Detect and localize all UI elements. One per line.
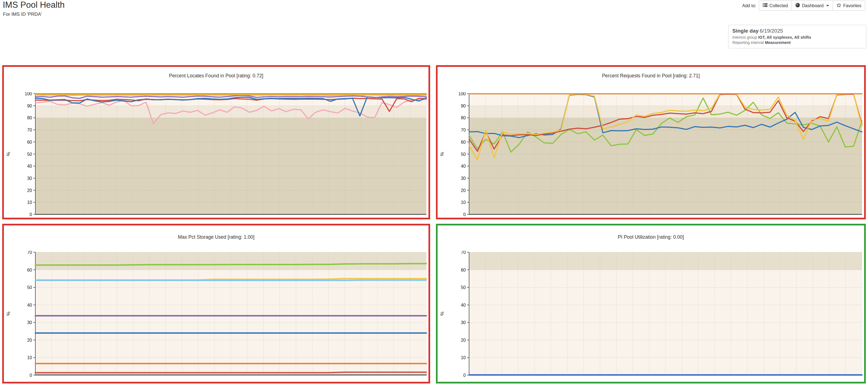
svg-text:100: 100 xyxy=(25,92,32,96)
sysplexes-value: All sysplexes, xyxy=(767,35,793,39)
svg-text:10: 10 xyxy=(461,355,466,360)
svg-text:100: 100 xyxy=(458,92,466,96)
svg-text:50: 50 xyxy=(27,285,32,290)
svg-text:70: 70 xyxy=(461,128,466,132)
svg-text:30: 30 xyxy=(27,320,32,325)
chart-panel-pi-pool-utilization: PI Pool Utilization [rating: 0.00] 01020… xyxy=(436,224,866,383)
reporting-interval-value: Measurement xyxy=(765,40,790,45)
svg-text:20: 20 xyxy=(27,188,32,193)
chart-plot-percent-locates: 0102030405060708090100% xyxy=(4,92,429,216)
chart-title: PI Pool Utilization [rating: 0.00] xyxy=(438,234,864,240)
favorites-button[interactable]: Favorites xyxy=(833,1,865,11)
add-to-label: Add to: xyxy=(742,3,756,8)
svg-text:%: % xyxy=(6,312,11,316)
interest-group-value: IGT, xyxy=(758,35,766,39)
svg-text:%: % xyxy=(6,152,11,156)
dashboard-icon xyxy=(795,3,800,8)
list-icon xyxy=(763,3,768,8)
reporting-interval-label: Reporting interval xyxy=(732,40,764,45)
chart-panel-percent-requests: Percent Requests Found in Pool [rating: … xyxy=(436,65,866,219)
add-to-button-group: Collected Dashboard Favorites xyxy=(759,1,865,11)
svg-text:20: 20 xyxy=(461,188,466,193)
favorites-button-label: Favorites xyxy=(843,3,861,8)
svg-text:0: 0 xyxy=(463,212,466,216)
star-icon xyxy=(837,3,841,8)
collected-button-label: Collected xyxy=(769,3,788,8)
svg-text:40: 40 xyxy=(461,164,466,168)
chart-plot-pi-pool-utilization: 010203040506070% xyxy=(438,251,864,377)
svg-text:70: 70 xyxy=(461,251,466,255)
period-value: 6/19/2025 xyxy=(760,28,783,34)
chart-title: Percent Locates Found in Pool [rating: 0… xyxy=(4,73,429,79)
svg-text:30: 30 xyxy=(461,320,466,325)
svg-text:90: 90 xyxy=(27,104,32,108)
svg-text:40: 40 xyxy=(27,164,32,168)
svg-text:40: 40 xyxy=(27,303,32,308)
add-to-toolbar: Add to: Collected Dashboard xyxy=(742,1,865,11)
report-period: Single day6/19/2025 xyxy=(732,28,862,34)
svg-text:80: 80 xyxy=(27,116,32,120)
interest-group-label: Interest group xyxy=(732,35,757,39)
dashboard-button[interactable]: Dashboard xyxy=(792,1,833,11)
collected-button[interactable]: Collected xyxy=(759,1,792,11)
reporting-interval-line: Reporting intervalMeasurement xyxy=(732,40,862,45)
svg-text:%: % xyxy=(439,312,445,316)
svg-text:30: 30 xyxy=(27,176,32,181)
svg-text:0: 0 xyxy=(30,212,32,216)
chart-title: Max Pct Storage Used [rating: 1.00] xyxy=(4,234,429,240)
svg-text:0: 0 xyxy=(30,373,32,377)
svg-text:90: 90 xyxy=(461,104,466,108)
dashboard-button-label: Dashboard xyxy=(802,3,824,8)
svg-text:40: 40 xyxy=(461,303,466,308)
interest-group-line: Interest groupIGT,All sysplexes,All shif… xyxy=(732,35,862,39)
svg-text:60: 60 xyxy=(461,268,466,273)
chart-title: Percent Requests Found in Pool [rating: … xyxy=(438,73,864,79)
svg-text:60: 60 xyxy=(27,268,32,273)
svg-text:20: 20 xyxy=(27,338,32,343)
svg-text:70: 70 xyxy=(27,251,32,255)
shifts-value: All shifts xyxy=(794,35,811,39)
svg-text:60: 60 xyxy=(461,140,466,145)
svg-text:0: 0 xyxy=(463,373,466,377)
page-title: IMS Pool Health xyxy=(3,0,65,10)
svg-text:50: 50 xyxy=(461,285,466,290)
svg-text:60: 60 xyxy=(27,140,32,145)
svg-text:10: 10 xyxy=(27,200,32,205)
svg-text:80: 80 xyxy=(461,116,466,120)
period-label: Single day xyxy=(732,28,758,34)
chart-panel-max-pct-storage: Max Pct Storage Used [rating: 1.00] 0102… xyxy=(2,224,430,383)
svg-text:30: 30 xyxy=(461,176,466,181)
svg-text:70: 70 xyxy=(27,128,32,132)
svg-text:10: 10 xyxy=(461,200,466,205)
svg-text:10: 10 xyxy=(27,355,32,360)
svg-text:20: 20 xyxy=(461,338,466,343)
svg-text:50: 50 xyxy=(461,152,466,157)
chevron-down-icon xyxy=(826,5,829,6)
chart-panel-percent-locates: Percent Locates Found in Pool [rating: 0… xyxy=(2,65,430,219)
report-context-panel: Single day6/19/2025 Interest groupIGT,Al… xyxy=(728,25,866,49)
page-subtitle: For IMS ID 'PRDA' xyxy=(3,11,42,17)
chart-plot-percent-requests: 0102030405060708090100% xyxy=(438,92,864,216)
svg-text:%: % xyxy=(439,152,445,156)
svg-text:50: 50 xyxy=(27,152,32,157)
chart-plot-max-pct-storage: 010203040506070% xyxy=(4,251,429,377)
